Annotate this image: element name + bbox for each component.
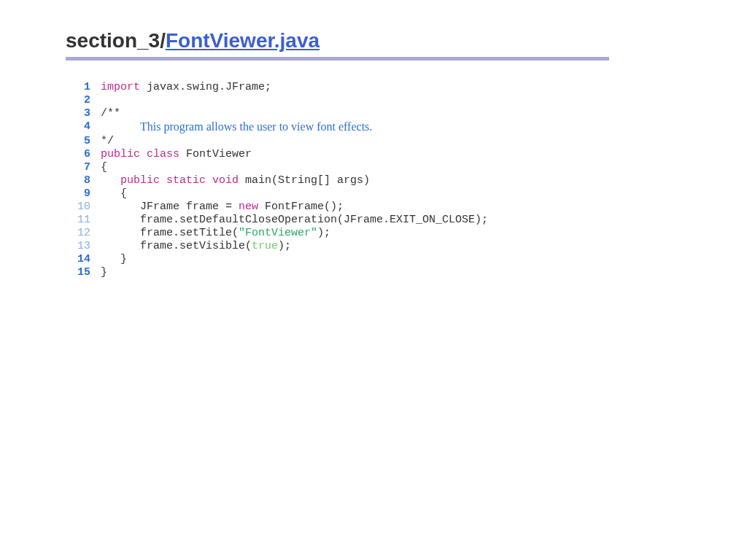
code-content: frame.setVisible(true); (101, 240, 291, 253)
code-line: 15 } (66, 266, 681, 279)
title-prefix: section_3/ (66, 29, 166, 52)
code-line: 3 /** (66, 107, 681, 120)
code-content: */ (101, 135, 114, 148)
line-number: 2 (66, 94, 101, 107)
code-line: 1 import javax.swing.JFrame; (66, 81, 681, 94)
code-line: 9 { (66, 187, 681, 201)
code-content: public class FontViewer (101, 148, 252, 161)
code-line: 13 frame.setVisible(true); (66, 240, 681, 253)
line-number: 11 (66, 214, 101, 227)
title-underline (66, 57, 609, 61)
code-content: /** (101, 107, 120, 120)
code-line: 5 */ (66, 135, 681, 148)
line-number: 6 (66, 148, 101, 161)
line-number: 12 (66, 227, 101, 240)
code-line: 11 frame.setDefaultCloseOperation(JFrame… (66, 214, 681, 227)
line-number: 10 (66, 201, 101, 214)
javadoc-text: This program allows the user to view fon… (140, 120, 372, 133)
line-number: 9 (66, 187, 101, 201)
code-content: } (101, 266, 107, 279)
line-number: 4 (66, 120, 101, 135)
code-content: public static void main(String[] args) (101, 174, 370, 187)
code-line: 2 (66, 94, 681, 107)
line-number: 5 (66, 135, 101, 148)
page-title: section_3/FontViewer.java (66, 29, 681, 52)
line-number: 15 (66, 266, 101, 279)
code-content: import javax.swing.JFrame; (101, 81, 271, 94)
code-line: 8 public static void main(String[] args) (66, 174, 681, 187)
code-content: { (101, 187, 127, 201)
code-line: 14 } (66, 253, 681, 266)
code-content: frame.setDefaultCloseOperation(JFrame.EX… (101, 214, 488, 227)
slide: section_3/FontViewer.java 1 import javax… (0, 0, 747, 279)
code-line: 10 JFrame frame = new FontFrame(); (66, 201, 681, 214)
code-content: frame.setTitle("FontViewer"); (101, 227, 330, 240)
code-content: This program allows the user to view fon… (101, 120, 372, 135)
line-number: 7 (66, 161, 101, 174)
line-number: 8 (66, 174, 101, 187)
line-number: 14 (66, 253, 101, 266)
code-line: 6 public class FontViewer (66, 148, 681, 161)
code-line: 7 { (66, 161, 681, 174)
line-number: 13 (66, 240, 101, 253)
title-filename-link[interactable]: FontViewer.java (166, 29, 320, 52)
code-content: JFrame frame = new FontFrame(); (101, 201, 344, 214)
code-content: { (101, 161, 107, 174)
code-line: 4 This program allows the user to view f… (66, 120, 681, 135)
line-number: 3 (66, 107, 101, 120)
code-content: } (101, 253, 127, 266)
line-number: 1 (66, 81, 101, 94)
code-line: 12 frame.setTitle("FontViewer"); (66, 227, 681, 240)
code-listing: 1 import javax.swing.JFrame; 2 3 /** 4 T… (66, 81, 681, 279)
